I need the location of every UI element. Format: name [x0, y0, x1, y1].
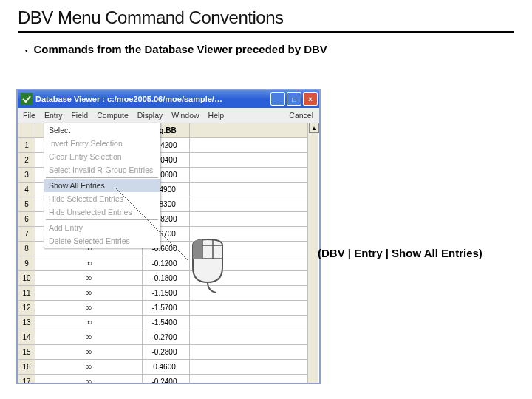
table-row[interactable]: 15∞-0.2800: [18, 345, 308, 360]
table-row[interactable]: 11∞-1.1500: [18, 286, 308, 301]
cell-empty: [190, 316, 308, 330]
table-row[interactable]: 16∞0.4600: [18, 360, 308, 375]
header-corner: [18, 123, 35, 138]
content-area: ▲ log.BB 1∞-1.42002∞-0.04003∞-1.06004∞0.…: [18, 123, 319, 383]
dd-invert-selection[interactable]: Invert Entry Selection: [44, 137, 160, 150]
cell-val: -0.1200: [143, 256, 190, 271]
window-title: Database Viewer : c:/moe2005.06/moe/samp…: [35, 95, 222, 103]
table-row[interactable]: 14∞-0.2700: [18, 330, 308, 345]
cell-empty: [190, 345, 308, 360]
row-number: 4: [18, 183, 35, 197]
dd-add-entry[interactable]: Add Entry: [44, 221, 160, 234]
dd-hide-unselected[interactable]: Hide Unselected Entries: [44, 205, 160, 219]
table-row[interactable]: 13∞-1.5400: [18, 316, 308, 330]
titlebar: Database Viewer : c:/moe2005.06/moe/samp…: [18, 90, 319, 108]
cell-empty: [190, 330, 308, 345]
menu-entry[interactable]: Entry: [40, 108, 67, 123]
dd-separator-2: [46, 219, 158, 220]
page-title: DBV Menu Command Conventions: [18, 7, 514, 28]
menu-display[interactable]: Display: [133, 108, 167, 123]
cell-empty: [190, 168, 308, 183]
maximize-button[interactable]: □: [287, 92, 301, 106]
cell-empty: [190, 153, 308, 168]
cell-val: -1.1500: [143, 286, 190, 301]
cell-mol: ∞: [35, 286, 143, 301]
dd-delete-selected[interactable]: Delete Selected Entries: [44, 234, 160, 248]
dd-select[interactable]: Select: [44, 123, 160, 137]
cell-empty: [190, 138, 308, 153]
dd-clear-selection[interactable]: Clear Entry Selection: [44, 150, 160, 163]
row-number: 11: [18, 286, 35, 301]
dd-select-invalid[interactable]: Select Invalid R-Group Entries: [44, 163, 160, 177]
row-number: 16: [18, 360, 35, 375]
menu-field[interactable]: Field: [66, 108, 92, 123]
cell-mol: ∞: [35, 345, 143, 360]
bullet-row: • Commands from the Database Viewer prec…: [25, 43, 514, 55]
row-number: 13: [18, 316, 35, 330]
table-row[interactable]: 9∞-0.1200: [18, 256, 308, 271]
cell-val: -0.2400: [143, 375, 190, 385]
menu-help[interactable]: Help: [204, 108, 229, 123]
cell-empty: [190, 212, 308, 227]
table-row[interactable]: 17∞-0.2400: [18, 375, 308, 385]
cell-mol: ∞: [35, 316, 143, 330]
row-number: 3: [18, 168, 35, 183]
row-number: 1: [18, 138, 35, 153]
row-number: 10: [18, 271, 35, 286]
cell-val: -0.2700: [143, 330, 190, 345]
row-number: 14: [18, 330, 35, 345]
row-number: 8: [18, 242, 35, 256]
row-number: 15: [18, 345, 35, 360]
menu-file[interactable]: File: [18, 108, 40, 123]
row-number: 12: [18, 301, 35, 316]
row-number: 9: [18, 256, 35, 271]
cell-val: -0.2800: [143, 345, 190, 360]
title-divider: [18, 31, 514, 33]
cell-mol: ∞: [35, 301, 143, 316]
cell-mol: ∞: [35, 360, 143, 375]
cell-val: -1.5700: [143, 301, 190, 316]
cell-empty: [190, 360, 308, 375]
vertical-scrollbar[interactable]: [307, 123, 318, 383]
menubar: File Entry Field Compute Display Window …: [18, 108, 319, 123]
cell-empty: [190, 183, 308, 197]
row-number: 5: [18, 197, 35, 212]
cell-val: 0.4600: [143, 360, 190, 375]
cell-empty: [190, 197, 308, 212]
entry-dropdown: Select Invert Entry Selection Clear Entr…: [44, 123, 160, 248]
app-window: Database Viewer : c:/moe2005.06/moe/samp…: [16, 89, 321, 384]
bullet-dot: •: [25, 47, 28, 55]
cell-val: -1.5400: [143, 316, 190, 330]
bullet-text: Commands from the Database Viewer preced…: [34, 43, 327, 55]
cell-empty: [190, 375, 308, 385]
row-number: 6: [18, 212, 35, 227]
menu-window[interactable]: Window: [167, 108, 203, 123]
mouse-icon: [187, 238, 228, 294]
cell-mol: ∞: [35, 375, 143, 385]
scroll-up-button[interactable]: ▲: [309, 123, 319, 133]
row-number: 7: [18, 227, 35, 242]
cell-empty: [190, 301, 308, 316]
cell-mol: ∞: [35, 330, 143, 345]
header-col-3[interactable]: [190, 123, 308, 138]
close-button[interactable]: ×: [303, 92, 318, 106]
table-row[interactable]: 12∞-1.5700: [18, 301, 308, 316]
annotation-label: (DBV | Entry | Show All Entries): [318, 247, 482, 259]
minimize-button[interactable]: _: [270, 92, 285, 106]
dd-show-all-entries[interactable]: Show All Entries: [44, 179, 160, 192]
menu-compute[interactable]: Compute: [92, 108, 133, 123]
app-icon: [21, 93, 33, 105]
row-number: 2: [18, 153, 35, 168]
table-row[interactable]: 10∞-0.1800: [18, 271, 308, 286]
menu-cancel[interactable]: Cancel: [289, 111, 319, 120]
cell-val: -0.1800: [143, 271, 190, 286]
cell-mol: ∞: [35, 256, 143, 271]
cell-mol: ∞: [35, 271, 143, 286]
dd-hide-selected[interactable]: Hide Selected Entries: [44, 192, 160, 205]
dd-separator-1: [46, 177, 158, 178]
row-number: 17: [18, 375, 35, 385]
